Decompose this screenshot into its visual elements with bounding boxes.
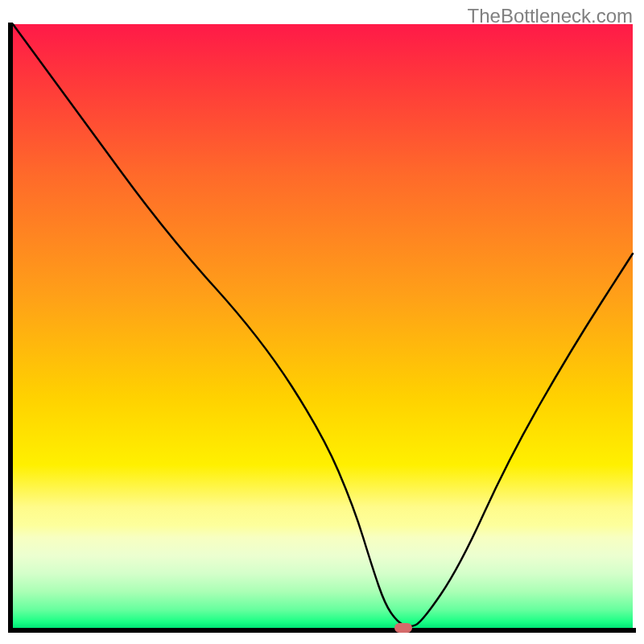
bottleneck-curve <box>13 24 633 628</box>
minimum-marker <box>394 623 412 633</box>
y-axis-line <box>8 23 13 630</box>
chart-container: TheBottleneck.com <box>0 0 644 644</box>
x-axis-line <box>8 628 636 633</box>
watermark-text: TheBottleneck.com <box>468 5 633 27</box>
